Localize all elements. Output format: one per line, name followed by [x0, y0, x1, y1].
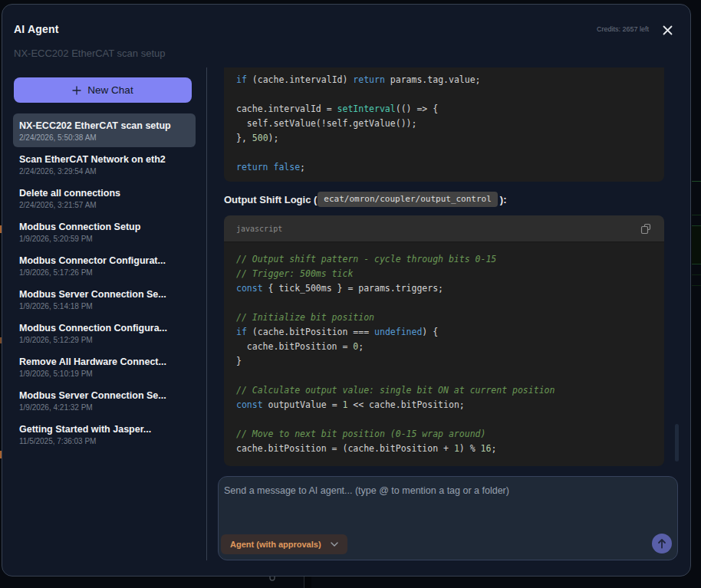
dialog-title: AI Agent	[14, 23, 59, 35]
chat-item-title: Delete all connections	[19, 188, 120, 199]
chat-history-item[interactable]: Modbus Connector Configurat...1/9/2026, …	[13, 248, 196, 282]
chat-item-timestamp: 2/24/2026, 3:29:54 AM	[19, 167, 97, 176]
code-block-main: javascript // Output shift pattern - cyc…	[224, 215, 664, 466]
dialog-subtitle: NX-ECC202 EtherCAT scan setup	[14, 48, 166, 59]
chat-item-timestamp: 2/24/2026, 5:50:38 AM	[19, 133, 97, 142]
sidebar-divider	[206, 67, 207, 560]
app-edge-right	[692, 0, 701, 588]
chat-item-title: Modbus Connector Configurat...	[19, 255, 166, 266]
chat-history-item[interactable]: Modbus Connection Setup1/9/2026, 5:20:59…	[13, 215, 196, 248]
chat-history-item[interactable]: NX-ECC202 EtherCAT scan setup2/24/2026, …	[13, 113, 196, 147]
chat-item-title: Scan EtherCAT Network on eth2	[19, 154, 166, 165]
new-chat-label: New Chat	[87, 84, 133, 96]
chat-history-item[interactable]: Modbus Server Connection Se...1/9/2026, …	[13, 383, 196, 417]
chat-item-timestamp: 1/9/2026, 5:14:18 PM	[19, 302, 93, 310]
chat-item-timestamp: 11/5/2025, 7:36:03 PM	[19, 437, 96, 445]
ai-agent-dialog: AI Agent Credits: 2657 left NX-ECC202 Et…	[2, 4, 691, 577]
chat-item-timestamp: 2/24/2026, 3:21:57 AM	[19, 201, 97, 209]
app-edge-left	[0, 0, 2, 588]
chat-item-timestamp: 1/9/2026, 5:17:26 PM	[19, 268, 93, 277]
chat-scrollbar[interactable]	[675, 424, 679, 462]
arrow-up-icon	[657, 538, 666, 549]
chat-history-item[interactable]: Remove All Hardware Connect...1/9/2026, …	[13, 350, 196, 383]
output-shift-logic-line: Output Shift Logic (ecat/omron/coupler/o…	[224, 191, 507, 208]
chat-item-title: Modbus Connection Setup	[19, 222, 140, 232]
agent-mode-label: Agent (with approvals)	[230, 540, 321, 549]
app-edge-bottom	[0, 577, 701, 588]
agent-mode-dropdown[interactable]: Agent (with approvals)	[221, 534, 347, 554]
new-chat-button[interactable]: New Chat	[14, 77, 192, 103]
copy-code-button[interactable]	[638, 221, 653, 236]
chat-item-timestamp: 1/9/2026, 5:10:19 PM	[19, 370, 93, 378]
code-block-top: if (cache.intervalId) return params.tag.…	[224, 67, 664, 182]
chat-item-title: Modbus Connection Configura...	[19, 323, 167, 333]
credits-label: Credits: 2657 left	[597, 25, 649, 33]
chat-history-item[interactable]: Scan EtherCAT Network on eth22/24/2026, …	[13, 147, 196, 181]
chat-item-timestamp: 1/9/2026, 4:21:32 PM	[19, 403, 93, 412]
code-block-main-content: // Output shift pattern - cycle through …	[224, 242, 664, 466]
chevron-down-icon	[331, 542, 338, 547]
send-button[interactable]	[652, 534, 672, 554]
code-language-label: javascript	[236, 225, 282, 233]
paragraph-suffix: ):	[500, 194, 507, 205]
code-block-top-content: if (cache.intervalId) return params.tag.…	[236, 73, 652, 175]
message-composer[interactable]: Send a message to AI agent... (type @ to…	[218, 476, 678, 560]
chat-item-timestamp: 1/9/2026, 5:20:59 PM	[19, 235, 93, 243]
chat-history-item[interactable]: Getting Started with Jasper...11/5/2025,…	[13, 417, 196, 451]
close-icon	[663, 25, 673, 35]
chat-history-item[interactable]: Delete all connections2/24/2026, 3:21:57…	[13, 181, 196, 215]
close-button[interactable]	[658, 21, 676, 39]
chat-history-item[interactable]: Modbus Server Connection Se...1/9/2026, …	[13, 282, 196, 316]
chat-history-item[interactable]: Modbus Connection Configura...1/9/2026, …	[13, 316, 196, 350]
chat-item-timestamp: 1/9/2026, 5:12:29 PM	[19, 336, 93, 344]
chat-item-title: Modbus Server Connection Se...	[19, 289, 166, 300]
chat-item-title: Remove All Hardware Connect...	[19, 356, 166, 367]
app-bottom-glyph	[268, 577, 278, 581]
chat-item-title: NX-ECC202 EtherCAT scan setup	[19, 120, 171, 131]
copy-icon	[640, 223, 651, 235]
inline-code-chip: ecat/omron/coupler/output_control	[318, 192, 498, 207]
chat-item-title: Modbus Server Connection Se...	[19, 390, 166, 401]
message-input-placeholder: Send a message to AI agent... (type @ to…	[224, 485, 509, 496]
paragraph-prefix: Output Shift Logic (	[224, 194, 317, 205]
chat-item-title: Getting Started with Jasper...	[19, 424, 151, 435]
plus-icon	[72, 86, 81, 95]
